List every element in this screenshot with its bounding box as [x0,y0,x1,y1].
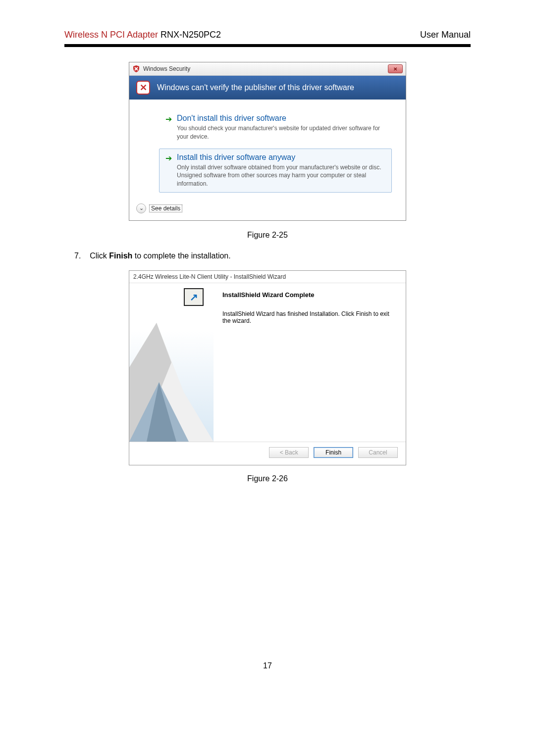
wizard-heading: InstallShield Wizard Complete [222,291,397,299]
option-desc: Only install driver software obtained fr… [177,163,385,188]
option-install-anyway[interactable]: ➔ Install this driver software anyway On… [159,149,392,193]
option-desc: You should check your manufacturer's web… [177,124,385,141]
package-icon: ↗ [184,288,204,306]
step-7: 7. Click Finish to complete the installa… [64,252,471,260]
dialog-options: ➔ Don't install this driver software You… [129,100,406,200]
option-title: Install this driver software anyway [177,153,385,162]
wizard-side-graphic: ↗ [129,283,214,442]
product-model: RNX-N250PC2 [158,30,221,40]
dialog-footer: ⌄ See details [129,200,406,220]
wizard-text: InstallShield Wizard has finished Instal… [222,310,397,324]
product-red: Wireless N PCI Adapter [64,30,158,40]
finish-button[interactable]: Finish [314,447,353,458]
step-text-after: to complete the installation. [132,252,230,260]
page-number: 17 [64,661,471,670]
dialog-title: 2.4GHz Wireless Lite-N Client Utility - … [129,271,406,283]
manual-label: User Manual [420,30,471,40]
step-text-before: Click [90,252,109,260]
dialog-warning-header: ✕ Windows can't verify the publisher of … [129,76,406,100]
header-divider [64,44,471,47]
arrow-right-icon: ➔ [165,114,172,125]
dialog-body: ↗ InstallShield Wizard Complete InstallS… [129,283,406,442]
dialog-titlebar: Windows Security ✕ [129,62,406,76]
step-text-bold: Finish [109,252,132,260]
dialog-content: InstallShield Wizard Complete InstallShi… [214,283,406,442]
see-details-link[interactable]: See details [149,204,182,212]
dialog-button-row: < Back Finish Cancel [129,442,406,465]
product-name: Wireless N PCI Adapter RNX-N250PC2 [64,30,221,40]
option-title: Don't install this driver software [177,114,385,123]
shield-error-icon: ✕ [136,81,150,95]
windows-security-dialog: Windows Security ✕ ✕ Windows can't verif… [129,62,406,221]
dialog-heading: Windows can't verify the publisher of th… [157,83,354,92]
option-dont-install[interactable]: ➔ Don't install this driver software You… [159,109,392,146]
installshield-dialog: 2.4GHz Wireless Lite-N Client Utility - … [129,270,406,465]
back-button: < Back [269,447,309,458]
chevron-down-icon[interactable]: ⌄ [136,203,146,213]
shield-icon [132,65,140,73]
step-number: 7. [74,252,81,260]
dialog-title: Windows Security [143,65,190,72]
figure-caption: Figure 2-25 [64,231,471,240]
cancel-button: Cancel [358,447,398,458]
page-header: Wireless N PCI Adapter RNX-N250PC2 User … [64,30,471,40]
arrow-right-icon: ➔ [165,153,172,164]
figure-caption: Figure 2-26 [64,474,471,483]
close-button[interactable]: ✕ [388,64,403,73]
